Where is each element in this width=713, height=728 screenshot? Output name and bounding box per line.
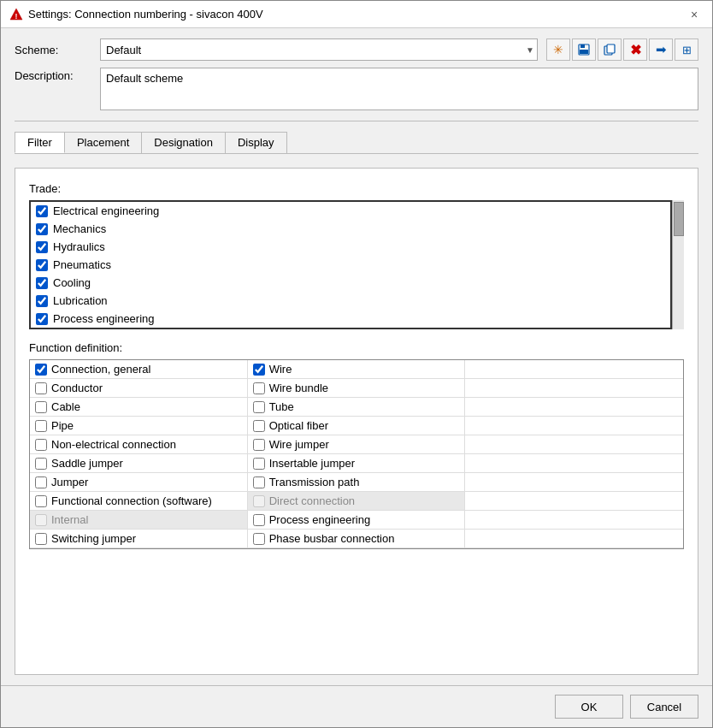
func-checkbox-wire-bundle[interactable] [253,382,265,394]
func-cell-empty-6 [465,454,683,473]
trade-list-container: Electrical engineering Mechanics Hydraul… [29,200,684,329]
tab-placement[interactable]: Placement [64,132,142,153]
func-cell-empty-3 [465,398,683,417]
cancel-button[interactable]: Cancel [630,695,698,719]
tab-filter[interactable]: Filter [15,132,65,153]
trade-label-hydraulics: Hydraulics [53,240,105,253]
tab-content-filter: Trade: Electrical engineering Mechanics … [15,168,698,675]
func-checkbox-jumper[interactable] [35,476,47,488]
list-item: Cooling [31,274,670,292]
func-cell: Wire jumper [248,435,466,454]
func-cell: Non-electrical connection [30,435,248,454]
tabs-bar: Filter Placement Designation Display [15,132,698,154]
func-cell: Cable [30,398,248,417]
import-button[interactable]: ➡ [649,38,673,61]
main-window: ! Settings: Connection numbering - sivac… [0,0,713,728]
trade-checkbox-cooling[interactable] [36,277,48,289]
list-item: Process engineering [31,310,670,328]
svg-text:!: ! [15,12,18,21]
trade-checkbox-mechanics[interactable] [36,223,48,235]
trade-label-lubrication: Lubrication [53,294,108,307]
func-checkbox-functional-connection[interactable] [35,495,47,507]
func-checkbox-wire[interactable] [253,364,265,376]
func-cell: Switching jumper [30,530,248,548]
func-checkbox-direct-connection [253,495,265,507]
trade-checkbox-lubrication[interactable] [36,295,48,307]
description-label: Description: [15,68,91,82]
func-checkbox-connection-general[interactable] [35,364,47,376]
trade-scrollbar[interactable] [672,200,684,329]
trade-scrollbar-thumb [674,202,684,236]
toolbar: ✳ ✖ ➡ ⊞ [546,38,698,61]
func-checkbox-switching-jumper[interactable] [35,533,47,545]
close-button[interactable]: × [685,5,704,24]
buttons-row: OK Cancel [1,685,712,727]
func-cell: Phase busbar connection [248,530,466,548]
copy-button[interactable] [598,38,622,61]
save-disk-button[interactable] [572,38,596,61]
scheme-select[interactable]: Default [100,38,538,61]
func-checkbox-tube[interactable] [253,401,265,413]
func-cell: Functional connection (software) [30,492,248,511]
tab-display[interactable]: Display [225,132,287,153]
func-checkbox-cable[interactable] [35,401,47,413]
func-checkbox-optical-fiber[interactable] [253,420,265,432]
trade-checkbox-process[interactable] [36,313,48,325]
trade-label-cooling: Cooling [53,276,91,289]
func-label-wire-bundle: Wire bundle [269,382,328,394]
content-area: Scheme: Default ▼ ✳ [1,28,712,685]
divider [15,121,698,121]
func-checkbox-insertable-jumper[interactable] [253,458,265,470]
func-checkbox-transmission-path[interactable] [253,476,265,488]
func-cell: Wire [248,360,466,379]
func-label-phase-busbar: Phase busbar connection [269,532,395,545]
func-label-transmission-path: Transmission path [269,476,360,488]
function-grid: Connection, general Wire Conductor Wire … [29,359,684,549]
description-row: Description: Default scheme [15,68,698,110]
ok-button[interactable]: OK [555,695,623,719]
svg-rect-3 [580,44,585,48]
svg-rect-6 [607,44,615,53]
func-label-wire: Wire [269,363,292,376]
func-checkbox-process-engineering[interactable] [253,514,265,526]
function-section-label: Function definition: [29,341,684,354]
trade-checkbox-electrical[interactable] [36,205,48,217]
func-checkbox-pipe[interactable] [35,420,47,432]
func-cell: Transmission path [248,473,466,492]
func-label-switching-jumper: Switching jumper [51,532,136,545]
trade-list: Electrical engineering Mechanics Hydraul… [29,200,672,329]
svg-rect-4 [580,50,588,54]
scheme-label: Scheme: [15,44,91,56]
func-cell: Optical fiber [248,417,466,435]
app-icon: ! [9,8,23,21]
trade-checkbox-pneumatics[interactable] [36,259,48,271]
func-label-direct-connection: Direct connection [269,494,355,507]
func-cell-empty-9 [465,511,683,530]
scheme-row: Scheme: Default ▼ ✳ [15,38,698,61]
tab-designation[interactable]: Designation [141,132,226,153]
func-cell: Process engineering [248,511,466,530]
list-item: Pneumatics [31,256,670,274]
func-label-wire-jumper: Wire jumper [269,438,329,451]
func-cell: Wire bundle [248,379,466,398]
list-item: Electrical engineering [31,202,670,220]
export-button[interactable]: ⊞ [675,38,698,61]
func-cell: Insertable jumper [248,454,466,473]
trade-checkbox-hydraulics[interactable] [36,241,48,253]
func-checkbox-phase-busbar[interactable] [253,533,265,545]
func-cell: Connection, general [30,360,248,379]
func-checkbox-conductor[interactable] [35,382,47,394]
func-checkbox-non-electrical[interactable] [35,439,47,451]
func-cell-empty-1 [465,360,683,379]
func-cell-empty-4 [465,417,683,435]
func-label-jumper: Jumper [51,476,88,488]
new-star-button[interactable]: ✳ [546,38,570,61]
func-label-pipe: Pipe [51,419,74,432]
delete-button[interactable]: ✖ [623,38,647,61]
func-checkbox-saddle-jumper[interactable] [35,458,47,470]
func-cell-empty-5 [465,435,683,454]
func-checkbox-wire-jumper[interactable] [253,439,265,451]
func-label-tube: Tube [269,400,294,413]
trade-label-process: Process engineering [53,312,155,325]
func-cell-empty-7 [465,473,683,492]
